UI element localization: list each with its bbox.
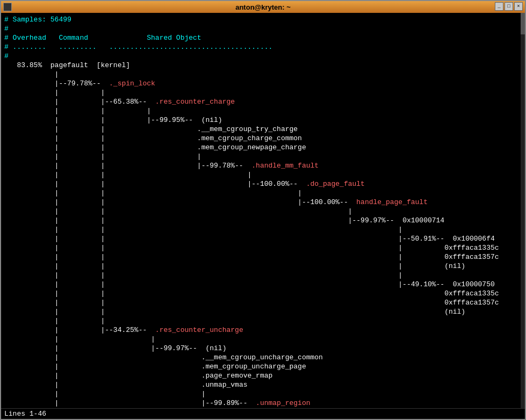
close-button[interactable]: × bbox=[514, 2, 523, 11]
status-text: Lines 1-46 bbox=[4, 410, 46, 418]
window-title: anton@kryten: ~ bbox=[235, 3, 291, 11]
window-controls: _ □ × bbox=[495, 2, 523, 11]
minimize-button[interactable]: _ bbox=[495, 2, 503, 11]
terminal-body[interactable]: # Samples: 56499 # # Overhead Command Sh… bbox=[1, 13, 525, 408]
scrollbar[interactable] bbox=[521, 13, 525, 408]
status-bar: Lines 1-46 bbox=[1, 408, 525, 419]
scrollbar-thumb[interactable] bbox=[521, 13, 525, 34]
terminal-output: # Samples: 56499 # # Overhead Command Sh… bbox=[4, 15, 522, 408]
titlebar: anton@kryten: ~ _ □ × bbox=[1, 1, 525, 13]
maximize-button[interactable]: □ bbox=[505, 2, 513, 11]
window-icon bbox=[3, 3, 12, 11]
terminal-window: anton@kryten: ~ _ □ × # Samples: 56499 #… bbox=[0, 0, 526, 420]
